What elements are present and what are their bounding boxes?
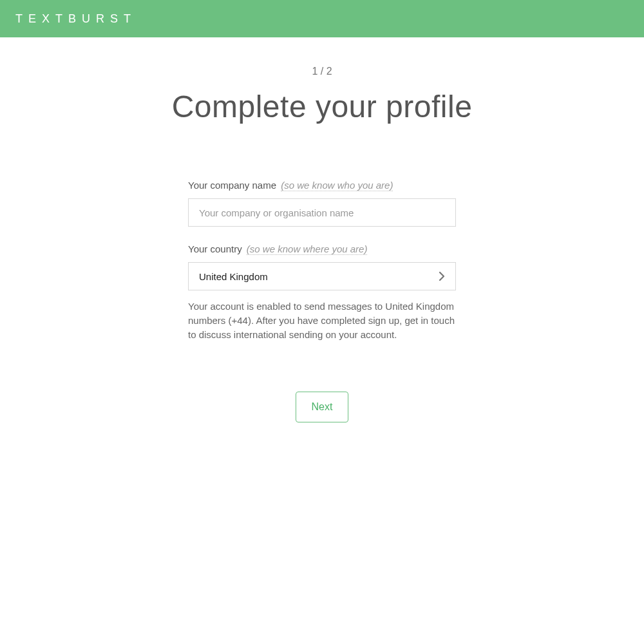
- company-name-field-group: Your company name (so we know who you ar…: [188, 180, 456, 227]
- brand-logo: TEXTBURST: [15, 12, 137, 26]
- country-label-row: Your country (so we know where you are): [188, 243, 456, 254]
- company-name-label-row: Your company name (so we know who you ar…: [188, 180, 456, 191]
- profile-form: Your company name (so we know who you ar…: [188, 180, 456, 422]
- country-help-text: Your account is enabled to send messages…: [188, 299, 456, 341]
- chevron-right-icon: [439, 271, 445, 281]
- step-indicator: 1 / 2: [312, 66, 332, 77]
- page-title: Complete your profile: [172, 89, 473, 124]
- country-field-group: Your country (so we know where you are) …: [188, 243, 456, 341]
- next-button[interactable]: Next: [296, 392, 349, 422]
- main-content: 1 / 2 Complete your profile Your company…: [0, 37, 644, 422]
- app-header: TEXTBURST: [0, 0, 644, 37]
- country-select-value: United Kingdom: [199, 271, 268, 282]
- company-name-label: Your company name: [188, 180, 276, 191]
- form-actions: Next: [188, 392, 456, 422]
- company-name-input[interactable]: [188, 198, 456, 227]
- country-hint: (so we know where you are): [247, 243, 368, 255]
- country-label: Your country: [188, 243, 242, 254]
- country-select[interactable]: United Kingdom: [188, 262, 456, 290]
- company-name-hint: (so we know who you are): [281, 180, 393, 191]
